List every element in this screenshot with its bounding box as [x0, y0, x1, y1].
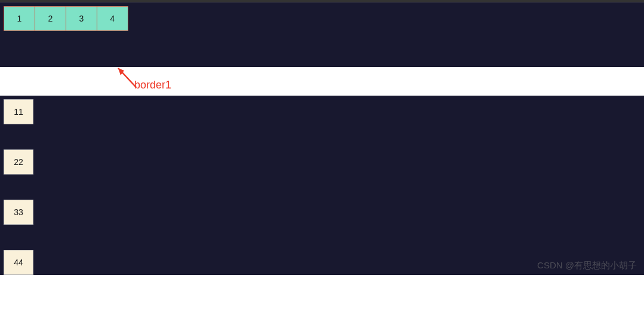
row-spacer — [0, 124, 644, 149]
beige-cell-11: 11 — [4, 99, 33, 124]
cell-label: 22 — [14, 157, 23, 167]
section-top: 1 2 3 4 — [0, 2, 644, 67]
cell-label: 33 — [14, 207, 23, 217]
list-item: 33 — [0, 200, 644, 225]
cell-label: 1 — [17, 14, 22, 23]
green-cell-row: 1 2 3 4 — [4, 6, 644, 31]
annotation-label: border1 — [134, 79, 171, 91]
cell-label: 11 — [14, 107, 23, 117]
cell-label: 2 — [48, 14, 53, 23]
section-bottom: 11 22 33 44 — [0, 96, 644, 275]
row-spacer — [0, 225, 644, 250]
cell-label: 4 — [110, 14, 115, 23]
cell-label: 44 — [14, 258, 23, 267]
cell-1: 1 — [4, 6, 35, 31]
cell-label: 3 — [79, 14, 84, 23]
cell-4: 4 — [97, 6, 128, 31]
list-item: 11 — [0, 99, 644, 124]
beige-cell-22: 22 — [4, 149, 33, 175]
cell-2: 2 — [35, 6, 66, 31]
cell-3: 3 — [66, 6, 97, 31]
beige-cell-44: 44 — [4, 250, 33, 275]
row-spacer — [0, 175, 644, 200]
watermark: CSDN @有思想的小胡子 — [537, 260, 637, 271]
list-item: 22 — [0, 149, 644, 175]
annotation-area: border1 — [0, 67, 644, 96]
beige-cell-33: 33 — [4, 200, 33, 225]
